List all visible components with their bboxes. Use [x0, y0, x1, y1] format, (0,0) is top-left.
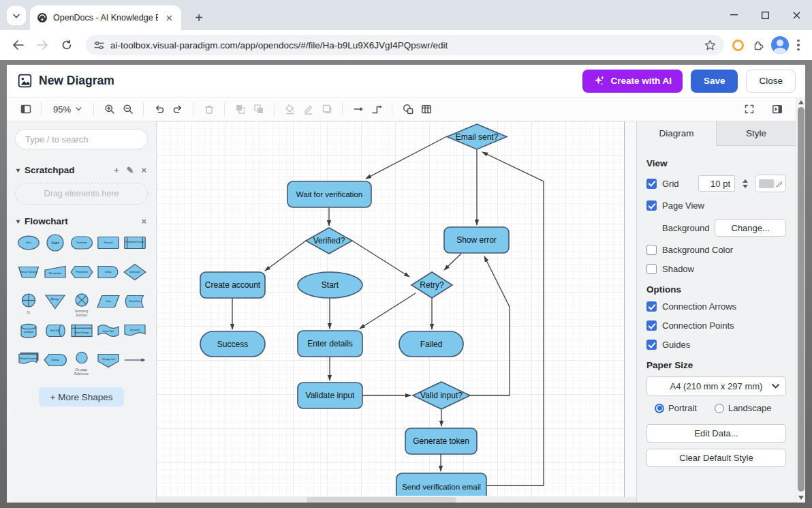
palette-shape-onpageref[interactable]: On-pageReference [68, 351, 95, 376]
toggle-format-panel-button[interactable] [768, 100, 786, 118]
to-front-button[interactable] [231, 100, 249, 118]
node-email-sent[interactable]: Email sent? [447, 124, 507, 149]
insert-table-button[interactable] [417, 100, 435, 118]
tab-diagram[interactable]: Diagram [637, 121, 716, 146]
scroll-up-icon[interactable] [798, 100, 804, 104]
portrait-radio[interactable] [655, 404, 664, 413]
grid-size-input[interactable]: 10 pt [698, 175, 735, 192]
palette-shape-manualinput[interactable]: Manual Input [42, 263, 68, 288]
palette-shape-decision[interactable]: Decision [121, 263, 148, 288]
edge-verified-to-retry[interactable] [352, 241, 409, 277]
scratchpad-edit-icon[interactable]: ✎ [127, 165, 134, 175]
palette-shape-internalstorage[interactable]: Internal Storage [68, 322, 95, 346]
flowchart-header[interactable]: ▾ Flowchart × [7, 210, 156, 231]
grid-size-stepper[interactable] [740, 175, 749, 192]
edge-send-to-email[interactable] [482, 152, 544, 485]
node-failed[interactable]: Failed [399, 331, 463, 357]
node-success[interactable]: Success [200, 331, 265, 357]
node-send-email[interactable]: Send verification email [396, 473, 486, 496]
save-button[interactable]: Save [691, 70, 738, 93]
edge-validinput-to-showerror[interactable] [470, 256, 510, 395]
maximize-button[interactable] [749, 0, 781, 30]
search-input[interactable] [15, 129, 148, 149]
node-validate-input[interactable]: Validate input [298, 383, 362, 408]
node-valid-input[interactable]: Valid input? [413, 382, 470, 409]
undo-button[interactable] [150, 100, 168, 118]
node-retry[interactable]: Retry? [411, 272, 452, 298]
horizontal-scrollbar[interactable] [157, 497, 636, 503]
node-wait-verification[interactable]: Wait for verification [287, 181, 371, 207]
landscape-radio[interactable] [715, 404, 724, 413]
connection-button[interactable] [349, 100, 367, 118]
forward-button[interactable] [31, 34, 53, 56]
browser-tab[interactable]: OpenDocs - AI Knowledge Base [30, 5, 181, 30]
palette-shape-or[interactable]: Or [15, 293, 42, 317]
connection-arrows-checkbox[interactable] [646, 301, 657, 312]
bookmark-star-icon[interactable] [704, 40, 716, 50]
extensions-puzzle-icon[interactable] [747, 34, 768, 56]
node-verified[interactable]: Verified? [306, 228, 352, 254]
palette-shape-hexagon[interactable]: Preparation [68, 263, 95, 288]
shadow-checkbox[interactable] [646, 264, 657, 274]
close-button[interactable]: Close [746, 70, 796, 93]
palette-shape-terminator[interactable]: Terminator [68, 234, 95, 258]
palette-shape-multidocument[interactable]: Multiple Documents [15, 351, 42, 376]
palette-shape-database[interactable]: Database [15, 322, 42, 346]
create-with-ai-button[interactable]: Create with AI [582, 70, 683, 93]
node-enter-details[interactable]: Enter details [298, 331, 362, 357]
tab-close-icon[interactable] [163, 12, 174, 23]
palette-shape-circle[interactable]: Start [42, 234, 68, 258]
palette-shape-arrow[interactable] [121, 351, 148, 376]
palette-shape-document[interactable]: Document [121, 322, 148, 346]
redo-button[interactable] [168, 100, 187, 118]
node-start[interactable]: Start [298, 272, 362, 298]
palette-shape-storeddata[interactable]: Stored Data [121, 293, 148, 317]
palette-shape-offpage[interactable]: Off-page Link [95, 351, 121, 376]
diagram-canvas[interactable]: Email sent?Wait for verificationVerified… [157, 121, 636, 503]
palette-shape-process[interactable]: Process [95, 234, 121, 258]
tab-style[interactable]: Style [716, 121, 796, 146]
palette-shape-delay[interactable]: Delay [95, 263, 121, 288]
background-change-button[interactable]: Change... [715, 219, 786, 237]
node-show-error[interactable]: Show error [444, 227, 509, 253]
waypoints-button[interactable] [367, 100, 386, 118]
palette-shape-trapezoid[interactable]: Manual Operation [15, 263, 42, 288]
omnibox[interactable]: ai-toolbox.visual-paradigm.com/app/opend… [86, 35, 724, 55]
vertical-scrollbar[interactable] [796, 97, 805, 503]
palette-shape-harddisk[interactable]: Hard Disk [42, 322, 68, 346]
extension-icon[interactable] [732, 40, 744, 51]
palette-shape-predefined[interactable]: Predefined Process [121, 234, 148, 258]
hscroll-thumb[interactable] [307, 497, 456, 503]
palette-shape-merge[interactable]: Merge [42, 293, 68, 317]
paper-size-select[interactable]: A4 (210 mm x 297 mm) [646, 376, 786, 396]
guides-checkbox[interactable] [646, 340, 657, 350]
node-generate-token[interactable]: Generate token [405, 428, 477, 454]
fill-color-button[interactable] [281, 100, 299, 118]
edge-showerror-to-retry[interactable] [444, 254, 461, 270]
back-button[interactable] [7, 34, 29, 56]
grid-color-button[interactable] [755, 175, 786, 192]
profile-avatar[interactable] [771, 36, 789, 54]
scratchpad-header[interactable]: ▾ Scratchpad + ✎ × [7, 159, 156, 180]
scratchpad-close-icon[interactable]: × [141, 165, 146, 175]
node-create-account[interactable]: Create account [200, 272, 265, 298]
flowchart-close-icon[interactable]: × [141, 216, 146, 226]
grid-checkbox[interactable] [646, 179, 657, 189]
site-info-icon[interactable] [94, 41, 104, 50]
zoom-in-button[interactable] [100, 100, 119, 118]
close-window-button[interactable] [781, 0, 812, 30]
zoom-out-button[interactable] [119, 100, 137, 118]
edge-email-to-wait[interactable] [366, 136, 447, 179]
to-back-button[interactable] [249, 100, 268, 118]
palette-shape-ellipse[interactable]: Start [15, 234, 42, 258]
background-color-checkbox[interactable] [646, 245, 657, 255]
scroll-down-icon[interactable] [798, 496, 804, 500]
zoom-level-dropdown[interactable]: 95% [48, 104, 87, 115]
vscroll-thumb[interactable] [798, 107, 805, 492]
minimize-button[interactable] [718, 0, 749, 30]
scratchpad-add-icon[interactable]: + [114, 165, 119, 175]
edge-retry-to-enter[interactable] [360, 293, 416, 329]
insert-shape-button[interactable] [399, 100, 417, 118]
tab-search-button[interactable] [7, 6, 26, 25]
scratchpad-dropzone[interactable]: Drag elements here [15, 183, 148, 205]
